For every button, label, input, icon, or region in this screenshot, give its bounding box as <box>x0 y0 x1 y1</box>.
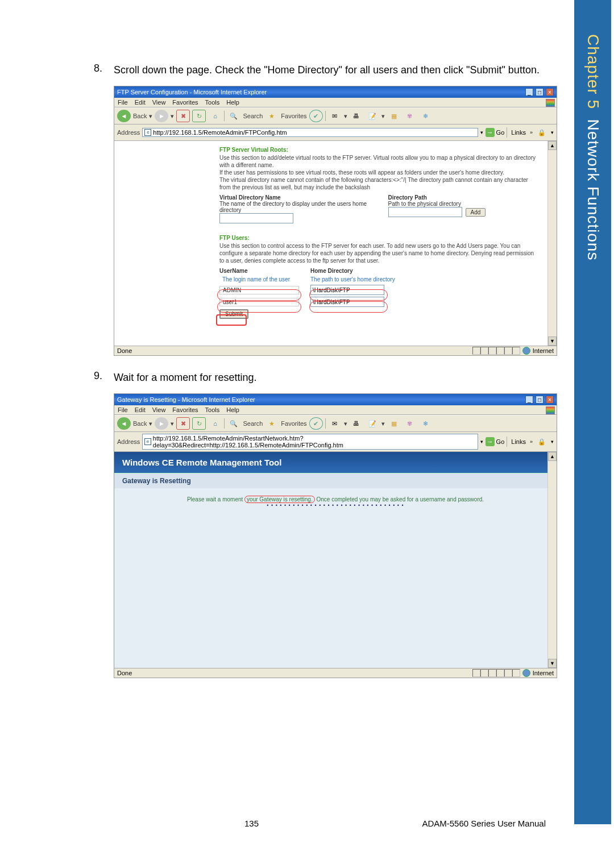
menu-bar: File Edit View Favorites Tools Help <box>114 98 557 107</box>
menu-tools[interactable]: Tools <box>205 99 220 106</box>
maximize-button-2[interactable]: □ <box>536 396 544 404</box>
step-9: 9. Wait for a moment for resetting. <box>85 370 557 385</box>
ftp-users-title: FTP Users: <box>219 235 540 241</box>
dp-sub: Path to the physical directory <box>388 201 540 207</box>
minimize-button[interactable]: _ <box>525 88 533 96</box>
scroll-up-icon-2[interactable]: ▲ <box>548 452 557 461</box>
minimize-button-2[interactable]: _ <box>525 396 533 404</box>
back-label: Back <box>133 113 147 119</box>
favorites-icon[interactable]: ★ <box>265 110 279 122</box>
menu-file[interactable]: File <box>118 99 128 106</box>
menu-favorites[interactable]: Favorites <box>172 99 198 106</box>
browser-content-2: Windows CE Remote Management Tool Gatewa… <box>114 452 557 668</box>
close-button[interactable]: × <box>546 88 554 96</box>
back-button-2[interactable]: ◄ <box>117 417 131 430</box>
search-icon[interactable]: 🔍 <box>227 110 240 122</box>
step-8: 8. Scroll down the page. Check the "Home… <box>85 63 557 77</box>
menu-edit[interactable]: Edit <box>135 99 146 106</box>
tool-icon-2b[interactable]: ✾ <box>403 417 417 430</box>
refresh-button-2[interactable]: ↻ <box>192 417 206 430</box>
toolbar-2: ◄ Back ▾ ► ▾ ✖ ↻ ⌂ 🔍 Search ★ Favorites … <box>114 415 557 432</box>
refresh-button[interactable]: ↻ <box>192 110 206 122</box>
username-sub: The login name of the user <box>219 276 299 283</box>
history-icon-2[interactable]: ✔ <box>309 417 323 430</box>
vdn-input[interactable] <box>219 213 293 223</box>
edit-icon-2[interactable]: 📝 <box>366 417 379 430</box>
chapter-title: Network Functions <box>584 119 602 261</box>
page-icon-2: e <box>144 438 151 445</box>
ftp-users-desc: Use this section to control access to th… <box>219 242 540 264</box>
print-icon[interactable]: 🖶 <box>350 110 363 122</box>
scrollbar-2[interactable]: ▲ ▼ <box>547 452 557 668</box>
home-button[interactable]: ⌂ <box>208 110 222 122</box>
add-button[interactable]: Add <box>466 208 486 217</box>
homedir-header: Home Directory <box>310 268 352 274</box>
screenshot-2: Gateway is Resetting - Microsoft Interne… <box>114 393 557 678</box>
chapter-label: Chapter 5 <box>584 34 602 109</box>
tool-icon-3b[interactable]: ❄ <box>419 417 433 430</box>
links-label[interactable]: Links <box>509 129 528 136</box>
menu-file-2[interactable]: File <box>118 406 128 413</box>
search-label: Search <box>243 113 263 119</box>
manual-title: ADAM-5560 Series User Manual <box>422 819 546 828</box>
ie-logo-icon <box>546 99 555 107</box>
tool-icon-1b[interactable]: ▦ <box>387 417 401 430</box>
menu-help-2[interactable]: Help <box>226 406 239 413</box>
status-zone: Internet <box>533 347 554 354</box>
go-button-2[interactable]: →Go <box>486 437 505 446</box>
reset-message: Please wait a moment your Gateway is res… <box>114 496 557 508</box>
menu-bar-2: File Edit View Favorites Tools Help <box>114 405 557 415</box>
mail-icon[interactable]: ✉ <box>328 110 342 122</box>
highlight-admin-row <box>217 289 301 301</box>
home-button-2[interactable]: ⌂ <box>208 417 222 430</box>
scroll-down-icon-2[interactable]: ▼ <box>548 659 557 668</box>
menu-favorites-2[interactable]: Favorites <box>172 406 198 413</box>
menu-view-2[interactable]: View <box>152 406 166 413</box>
menu-tools-2[interactable]: Tools <box>205 406 220 413</box>
stop-button-2[interactable]: ✖ <box>176 417 190 430</box>
menu-help[interactable]: Help <box>226 99 239 106</box>
gateway-resetting-header: Gateway is Resetting <box>114 473 557 488</box>
vdn-sub: The name of the directory to display und… <box>219 201 371 213</box>
virtual-roots-desc: Use this section to add/delete virtual r… <box>219 154 540 191</box>
maximize-button[interactable]: □ <box>536 88 544 96</box>
highlight-user1-homedir <box>309 301 388 313</box>
close-button-2[interactable]: × <box>546 396 554 404</box>
back-button[interactable]: ◄ <box>117 110 131 122</box>
highlight-submit <box>216 314 247 326</box>
homedir-sub: The path to user's home directory <box>310 276 395 283</box>
scroll-down-icon[interactable]: ▼ <box>548 337 557 346</box>
links-extra-icon-2[interactable]: 🔒 <box>535 435 549 448</box>
step-8-num: 8. <box>85 63 102 77</box>
highlight-admin-homedir <box>309 289 388 301</box>
mail-icon-2[interactable]: ✉ <box>328 417 342 430</box>
history-icon[interactable]: ✔ <box>309 110 323 122</box>
forward-button-2[interactable]: ► <box>155 417 168 430</box>
menu-edit-2[interactable]: Edit <box>135 406 146 413</box>
status-bar: Done Internet <box>114 346 557 355</box>
go-button[interactable]: →Go <box>486 128 505 137</box>
window-title: FTP Server Configuration - Microsoft Int… <box>117 89 267 95</box>
search-icon-2[interactable]: 🔍 <box>227 417 240 430</box>
tool-icon-2[interactable]: ✾ <box>403 110 417 122</box>
favorites-icon-2[interactable]: ★ <box>265 417 279 430</box>
internet-zone-icon-2 <box>522 669 530 677</box>
address-url: http://192.168.1.5/RemoteAdmin/FTPConfig… <box>153 129 287 136</box>
edit-icon[interactable]: 📝 <box>366 110 379 122</box>
address-input[interactable]: ehttp://192.168.1.5/RemoteAdmin/FTPConfi… <box>142 128 478 137</box>
dp-input[interactable] <box>388 207 462 217</box>
scrollbar[interactable]: ▲ ▼ <box>547 141 557 346</box>
scroll-up-icon[interactable]: ▲ <box>548 141 557 150</box>
tool-icon-1[interactable]: ▦ <box>387 110 401 122</box>
forward-button[interactable]: ► <box>155 110 168 122</box>
print-icon-2[interactable]: 🖶 <box>350 417 363 430</box>
menu-view[interactable]: View <box>152 99 166 106</box>
address-input-2[interactable]: ehttp://192.168.1.5/RemoteAdmin/RestartN… <box>142 434 478 450</box>
links-extra-icon[interactable]: 🔒 <box>535 126 549 139</box>
browser-content-1: FTP Server Virtual Roots: Use this secti… <box>114 141 557 346</box>
tool-icon-3[interactable]: ❄ <box>419 110 433 122</box>
page-number: 135 <box>244 819 259 828</box>
stop-button[interactable]: ✖ <box>176 110 190 122</box>
window-title-2: Gateway is Resetting - Microsoft Interne… <box>117 396 255 403</box>
ie-logo-icon-2 <box>546 406 555 414</box>
